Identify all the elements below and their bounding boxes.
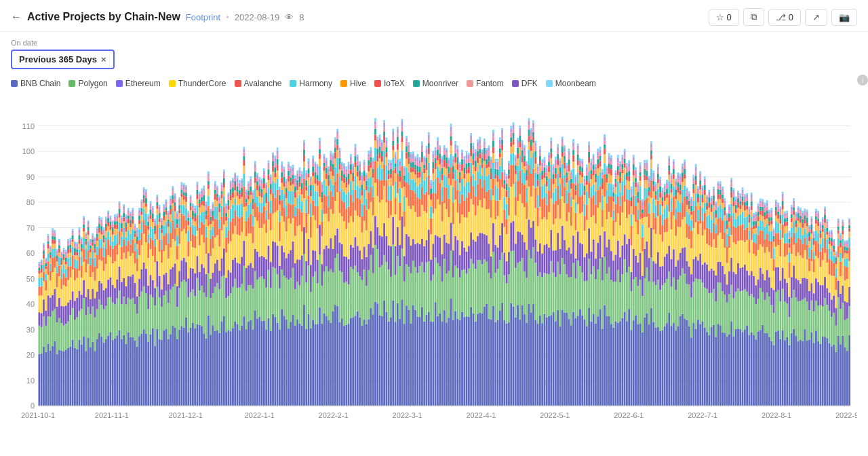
- page-title: Active Projects by Chain-New: [27, 11, 180, 23]
- filter-tag-label: Previous 365 Days: [19, 54, 97, 64]
- legend-label: Ethereum: [125, 79, 161, 88]
- legend-label: IoTeX: [384, 79, 405, 88]
- legend-label: Moonbeam: [555, 79, 596, 88]
- legend-color: [546, 80, 553, 87]
- legend-item: IoTeX: [374, 79, 405, 88]
- legend-item: Moonbeam: [546, 79, 596, 88]
- copy-button[interactable]: ⧉: [743, 8, 764, 26]
- header-separator: •: [226, 12, 229, 22]
- star-icon: ☆: [716, 12, 724, 22]
- back-icon[interactable]: ←: [11, 11, 22, 23]
- filter-tag[interactable]: Previous 365 Days ×: [11, 50, 115, 69]
- info-icon[interactable]: i: [857, 75, 868, 86]
- legend-label: Polygon: [78, 79, 107, 88]
- header: ← Active Projects by Chain-New Footprint…: [0, 0, 868, 32]
- legend-color: [467, 80, 473, 87]
- filter-section: On date Previous 365 Days ×: [0, 32, 868, 76]
- legend-color: [116, 80, 123, 87]
- legend-label: Harmony: [299, 79, 332, 88]
- share-icon: ↗: [812, 12, 820, 22]
- legend-item: Hive: [340, 79, 366, 88]
- share-button[interactable]: ↗: [805, 9, 827, 26]
- legend-color: [68, 80, 75, 87]
- legend-color: [512, 80, 519, 87]
- legend-item: DFK: [512, 79, 538, 88]
- legend-color: [235, 80, 241, 87]
- legend-item: Ethereum: [116, 79, 161, 88]
- header-left: ← Active Projects by Chain-New Footprint…: [11, 11, 304, 23]
- legend-label: Fantom: [476, 79, 504, 88]
- close-icon[interactable]: ×: [101, 55, 106, 64]
- view-count: 8: [299, 12, 304, 22]
- chart-container: [11, 94, 857, 426]
- legend-item: Fantom: [467, 79, 504, 88]
- legend-label: Avalanche: [244, 79, 282, 88]
- camera-icon: 📷: [839, 12, 850, 22]
- fork-button[interactable]: ⎇ 0: [768, 9, 801, 26]
- legend-item: Polygon: [68, 79, 107, 88]
- legend-item: ThunderCore: [169, 79, 226, 88]
- legend-color: [413, 80, 420, 87]
- legend-color: [11, 80, 18, 87]
- legend-label: BNB Chain: [20, 79, 60, 88]
- fork-count: 0: [789, 12, 793, 22]
- copy-icon: ⧉: [751, 12, 757, 22]
- legend-item: BNB Chain: [11, 79, 60, 88]
- star-count: 0: [727, 12, 732, 22]
- fork-icon: ⎇: [776, 12, 786, 22]
- footprint-link[interactable]: Footprint: [186, 12, 220, 22]
- legend-color: [169, 80, 176, 87]
- legend-color: [374, 80, 381, 87]
- legend-label: ThunderCore: [178, 79, 226, 88]
- eye-icon: 👁: [285, 12, 294, 22]
- legend-color: [340, 80, 347, 87]
- on-date-label: On date: [11, 39, 857, 47]
- camera-button[interactable]: 📷: [831, 9, 857, 26]
- legend-label: Moonriver: [422, 79, 458, 88]
- legend-item: Avalanche: [235, 79, 282, 88]
- header-actions: ☆ 0 ⧉ ⎇ 0 ↗ 📷: [709, 8, 857, 26]
- legend: BNB ChainPolygonEthereumThunderCoreAvala…: [11, 79, 857, 88]
- legend-item: Harmony: [290, 79, 332, 88]
- legend-label: Hive: [350, 79, 366, 88]
- chart-area: i BNB ChainPolygonEthereumThunderCoreAva…: [0, 76, 868, 426]
- star-button[interactable]: ☆ 0: [709, 9, 739, 26]
- legend-label: DFK: [521, 79, 538, 88]
- legend-item: Moonriver: [413, 79, 458, 88]
- legend-color: [290, 80, 296, 87]
- header-date: 2022-08-19: [235, 12, 280, 22]
